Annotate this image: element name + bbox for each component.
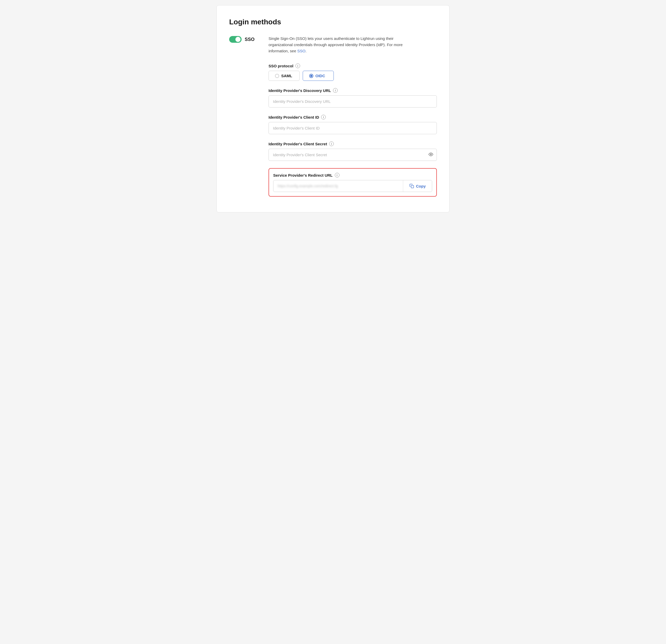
saml-radio — [275, 74, 279, 78]
copy-icon — [409, 184, 414, 188]
sso-toggle-label: SSO — [229, 36, 260, 43]
sso-protocol-label: SSO protocol i — [268, 64, 437, 68]
redirect-url-info-icon[interactable]: i — [335, 173, 339, 177]
client-secret-label: Identity Provider's Client Secret i — [268, 141, 437, 146]
sso-toggle[interactable] — [229, 36, 242, 43]
svg-point-0 — [431, 154, 432, 155]
client-id-group: Identity Provider's Client ID i — [268, 115, 437, 134]
sso-row: SSO Single Sign-On (SSO) lets your users… — [229, 35, 437, 54]
copy-button[interactable]: Copy — [403, 180, 432, 192]
discovery-url-input[interactable] — [268, 95, 437, 107]
discovery-url-group: Identity Provider's Discovery URL i — [268, 88, 437, 107]
toggle-slider — [229, 36, 242, 43]
client-secret-info-icon[interactable]: i — [329, 141, 334, 146]
discovery-url-info-icon[interactable]: i — [333, 88, 338, 93]
page-title: Login methods — [229, 18, 437, 26]
redirect-url-box: Service Provider's Redirect URL i Copy — [268, 168, 437, 197]
saml-protocol-button[interactable]: SAML — [268, 71, 300, 81]
sso-description: Single Sign-On (SSO) lets your users aut… — [268, 35, 414, 54]
client-id-input[interactable] — [268, 122, 437, 134]
sso-link[interactable]: SSO — [297, 49, 305, 53]
client-id-info-icon[interactable]: i — [321, 115, 326, 119]
client-secret-group: Identity Provider's Client Secret i — [268, 141, 437, 161]
svg-rect-1 — [411, 185, 414, 188]
page-container: Login methods SSO Single Sign-On (SSO) l… — [216, 5, 450, 213]
redirect-url-input-row: Copy — [273, 180, 432, 192]
form-section: SSO protocol i SAML OIDC Identity Provid… — [268, 64, 437, 197]
toggle-password-icon[interactable] — [428, 152, 433, 158]
client-secret-input-wrapper — [268, 149, 437, 161]
saml-label: SAML — [281, 73, 292, 78]
oidc-radio — [309, 74, 313, 78]
protocol-buttons: SAML OIDC — [268, 71, 437, 81]
sso-protocol-info-icon[interactable]: i — [296, 64, 300, 68]
discovery-url-label: Identity Provider's Discovery URL i — [268, 88, 437, 93]
sso-label: SSO — [245, 37, 255, 42]
oidc-protocol-button[interactable]: OIDC — [303, 71, 334, 81]
redirect-url-input[interactable] — [274, 180, 403, 192]
oidc-label: OIDC — [315, 73, 325, 78]
sso-protocol-group: SSO protocol i SAML OIDC — [268, 64, 437, 81]
client-secret-input[interactable] — [268, 149, 437, 161]
client-id-label: Identity Provider's Client ID i — [268, 115, 437, 119]
redirect-url-label: Service Provider's Redirect URL i — [273, 173, 432, 177]
